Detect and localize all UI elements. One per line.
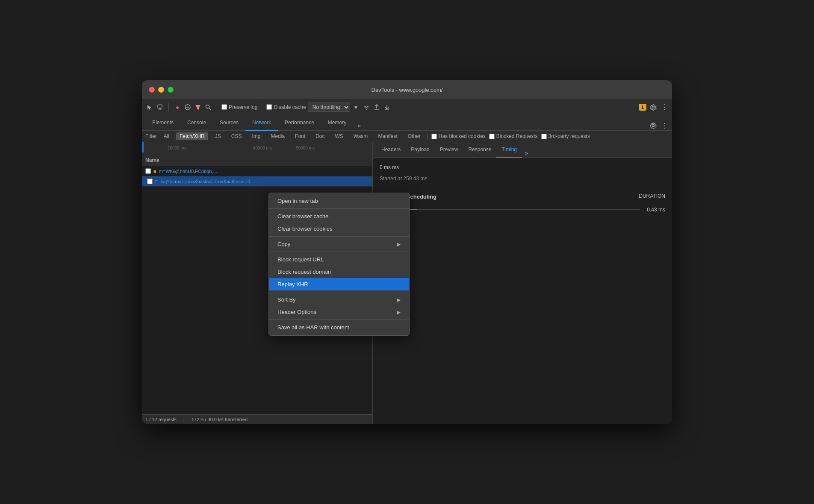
ctx-clear-cookies[interactable]: Clear browser cookies: [269, 223, 409, 235]
ctx-separator-4: [269, 292, 409, 292]
disable-cache-label: Disable cache: [274, 104, 306, 110]
record-button[interactable]: ●: [173, 103, 182, 111]
table-row[interactable]: ■ m=Wt6vjf,hhhU8,FCpbqb,...: [142, 166, 372, 176]
detail-panel: Headers Payload Preview Response Timing …: [373, 142, 672, 424]
filter-icon[interactable]: [194, 103, 202, 111]
duration-label: DURATION: [639, 193, 665, 199]
has-blocked-cookies-checkbox[interactable]: [431, 134, 437, 139]
filter-manifest[interactable]: Manifest: [375, 132, 401, 140]
svg-rect-0: [158, 105, 162, 108]
blocked-requests-checkbox[interactable]: [489, 134, 495, 139]
device-icon[interactable]: [156, 103, 164, 111]
timeline-header: 10000 ms 40000 ms 50000 ms: [142, 142, 372, 154]
name-column-header: Name: [145, 157, 159, 163]
ctx-open-new-tab[interactable]: Open in new tab: [269, 195, 409, 207]
wifi-icon[interactable]: [362, 103, 371, 111]
filter-all[interactable]: All: [160, 132, 173, 140]
ctx-block-url-label: Block request URL: [277, 256, 324, 263]
ctx-copy[interactable]: Copy ▶: [269, 238, 409, 250]
filter-doc[interactable]: Doc: [312, 132, 328, 140]
blocked-requests-label[interactable]: Blocked Requests: [489, 133, 538, 139]
tab-preview[interactable]: Preview: [435, 142, 463, 158]
disable-cache-checkbox[interactable]: [266, 104, 272, 110]
row-checkbox-1[interactable]: [145, 168, 151, 174]
ctx-replay-xhr[interactable]: Replay XHR: [269, 278, 409, 290]
tab-headers[interactable]: Headers: [376, 142, 406, 158]
ctx-replay-xhr-label: Replay XHR: [277, 281, 308, 287]
ctx-block-url[interactable]: Block request URL: [269, 253, 409, 266]
ctx-block-domain[interactable]: Block request domain: [269, 266, 409, 278]
timing-ms-label: ms: [392, 164, 399, 170]
resource-icon-1: ■: [153, 169, 156, 174]
ctx-sort-by-label: Sort By: [277, 296, 296, 303]
throttle-chevron-icon[interactable]: ▾: [352, 103, 360, 111]
timing-value-0-ms: 0 ms: [380, 164, 391, 170]
stop-icon[interactable]: [183, 103, 192, 111]
row-checkbox-2[interactable]: [147, 179, 153, 184]
timing-content: 0 ms ms Started at 259.43 ms Resource Sc…: [373, 158, 672, 424]
filter-font[interactable]: Font: [292, 132, 309, 140]
filter-ws[interactable]: WS: [331, 132, 346, 140]
queueing-value: 0.43 ms: [647, 207, 665, 213]
tab-memory[interactable]: Memory: [321, 115, 353, 131]
upload-icon[interactable]: [372, 103, 381, 111]
third-party-checkbox[interactable]: [541, 134, 547, 139]
devtools-window: DevTools - www.google.com/ ●: [142, 80, 672, 424]
ctx-sort-by-arrow: ▶: [397, 297, 401, 303]
timeline-marker-50000: 50000 ms: [296, 146, 315, 150]
toolbar-separator-3: [262, 103, 262, 111]
more-tabs-icon[interactable]: »: [355, 121, 363, 130]
close-button[interactable]: [149, 87, 155, 93]
preserve-log-checkbox[interactable]: [221, 104, 227, 110]
statusbar: 1 / 12 requests | 172 B / 30.0 kB transf…: [142, 414, 372, 424]
filter-css[interactable]: CSS: [228, 132, 245, 140]
filter-other[interactable]: Other: [404, 132, 424, 140]
ctx-header-options[interactable]: Header Options ▶: [269, 306, 409, 318]
tab-network[interactable]: Network: [245, 115, 278, 131]
filter-media[interactable]: Media: [267, 132, 288, 140]
more-icon-tab[interactable]: ⋮: [660, 121, 669, 130]
throttle-select[interactable]: No throttling: [308, 103, 350, 112]
list-header: Name: [142, 154, 372, 166]
more-icon[interactable]: ⋮: [660, 103, 669, 111]
filter-wasm[interactable]: Wasm: [350, 132, 372, 140]
notification-badge: 1: [639, 104, 646, 111]
filter-img[interactable]: Img: [248, 132, 264, 140]
preserve-log-checkbox-label[interactable]: Preserve log: [221, 104, 257, 110]
ctx-save-har[interactable]: Save all as HAR with content: [269, 321, 409, 334]
filter-fetch-xhr[interactable]: Fetch/XHR: [176, 132, 208, 140]
settings-icon-tab[interactable]: [649, 121, 658, 130]
minimize-button[interactable]: [158, 87, 164, 93]
toolbar-top: ● Preserve log Disable cache No throttli: [142, 99, 672, 115]
maximize-button[interactable]: [168, 87, 174, 93]
has-blocked-cookies-text: Has blocked cookies: [439, 133, 486, 139]
table-row[interactable]: □ log?format=json&hasfast=true&authuser=…: [142, 176, 372, 187]
download-icon[interactable]: [383, 103, 391, 111]
ctx-copy-arrow: ▶: [397, 241, 401, 247]
tab-timing[interactable]: Timing: [496, 142, 522, 158]
svg-point-5: [206, 105, 209, 108]
settings-icon[interactable]: [649, 103, 658, 111]
disable-cache-checkbox-label[interactable]: Disable cache: [266, 104, 306, 110]
tab-sources[interactable]: Sources: [213, 115, 245, 131]
more-detail-tabs-icon[interactable]: »: [522, 149, 531, 157]
tab-response[interactable]: Response: [463, 142, 496, 158]
tab-elements[interactable]: Elements: [145, 115, 180, 131]
third-party-label[interactable]: 3rd-party requests: [541, 133, 590, 139]
has-blocked-cookies-label[interactable]: Has blocked cookies: [431, 133, 486, 139]
preserve-log-label: Preserve log: [229, 104, 257, 110]
ctx-clear-cache[interactable]: Clear browser cache: [269, 210, 409, 223]
cursor-icon[interactable]: [145, 103, 154, 111]
tab-console[interactable]: Console: [180, 115, 213, 131]
queueing-bar: [409, 209, 417, 210]
tab-payload[interactable]: Payload: [406, 142, 434, 158]
toolbar-right: 1 ⋮: [639, 103, 669, 111]
blocked-requests-text: Blocked Requests: [496, 133, 538, 139]
tab-performance[interactable]: Performance: [278, 115, 321, 131]
transferred-size: 172 B / 30.0 kB transferred: [192, 417, 248, 422]
timeline-marker-40000: 40000 ms: [253, 146, 272, 150]
search-icon[interactable]: [204, 103, 212, 111]
ctx-sort-by[interactable]: Sort By ▶: [269, 293, 409, 306]
svg-point-11: [652, 106, 655, 108]
filter-js[interactable]: JS: [212, 132, 224, 140]
